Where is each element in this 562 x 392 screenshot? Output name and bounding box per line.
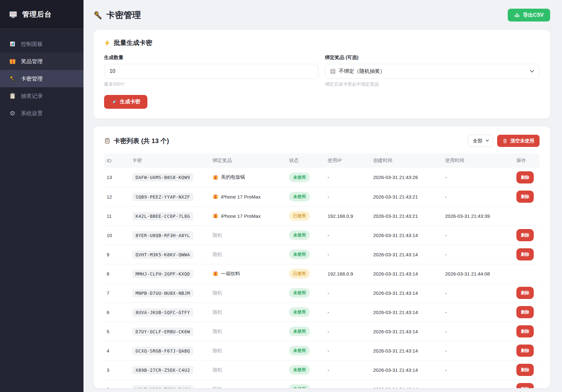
- prize-bind-field: 绑定奖品 (可选) 不绑定（随机抽奖） 绑定后该卡密必中指定奖品: [325, 55, 540, 87]
- delete-button[interactable]: 删除: [516, 191, 534, 203]
- sidebar-item-label: 奖品管理: [21, 58, 43, 65]
- cell-code: QVHT-M3K5-K8KV-QWWA: [130, 245, 210, 264]
- table-row: 11K42L-BBEE-CC6P-7L8GiPhone 17 ProMax已使用…: [104, 206, 540, 226]
- card-list-card: 卡密列表 (共 13 个) 全部 清空未使用 ID卡密绑定奖品状态使用IP创建时…: [93, 126, 550, 388]
- chevron-down-icon: [486, 139, 489, 142]
- prize-name: 随机: [213, 386, 222, 388]
- cell-prize: 随机: [210, 341, 286, 360]
- column-header: 使用时间: [443, 153, 514, 168]
- status-badge: 未使用: [289, 250, 310, 259]
- cell-prize: iPhone 17 ProMax: [210, 206, 286, 226]
- batch-generate-title-text: 批量生成卡密: [114, 38, 152, 47]
- cell-code: D7UY-GCLF-ERBU-CK6W: [130, 322, 210, 341]
- delete-button[interactable]: 删除: [516, 287, 534, 299]
- cell-ip: -: [325, 226, 371, 245]
- cell-code: MNPB-D7UU-NU8X-NBJM: [130, 283, 210, 303]
- card-code: MMHJ-CLFH-2GPF-KXQD: [132, 270, 193, 278]
- column-header: 绑定奖品: [210, 153, 286, 168]
- prize-name: 随机: [213, 232, 222, 238]
- delete-button[interactable]: 删除: [516, 345, 534, 357]
- card-code: SQB9-PEEZ-YYAP-NXZF: [132, 193, 193, 201]
- table-header-row: ID卡密绑定奖品状态使用IP创建时间使用时间操作: [104, 153, 540, 168]
- export-csv-button[interactable]: 导出CSV: [508, 9, 550, 21]
- cell-created: 2026-03-31 21:43:26: [371, 168, 443, 187]
- cell-code: DAFW-UAMS-B8S8-KQW9: [130, 168, 210, 187]
- card-table-body: 13DAFW-UAMS-B8S8-KQW9美的电饭锅未使用-2026-03-31…: [104, 168, 540, 388]
- status-filter-select[interactable]: 全部: [468, 135, 493, 147]
- column-header: ID: [104, 153, 130, 168]
- count-label: 生成数量: [104, 55, 319, 61]
- gift-icon: [213, 213, 218, 219]
- sidebar-item-label: 抽奖记录: [21, 92, 43, 100]
- delete-button[interactable]: 删除: [516, 248, 534, 260]
- gear-icon: ⚙: [9, 110, 16, 117]
- delete-button[interactable]: 删除: [516, 383, 534, 388]
- card-code: K42L-BBEE-CC6P-7L8G: [132, 212, 193, 220]
- status-badge: 未使用: [289, 327, 310, 336]
- status-badge: 未使用: [289, 346, 310, 355]
- bar-chart-icon: [9, 40, 16, 47]
- cell-created: 2026-03-31 21:43:14: [371, 303, 443, 322]
- cell-code: W8L5-HQC9-ZQ2N-RASX: [130, 379, 210, 388]
- sidebar-item-label: 系统设置: [21, 110, 43, 117]
- sidebar-item-系统设置[interactable]: ⚙系统设置: [0, 105, 83, 122]
- sidebar-item-控制面板[interactable]: 控制面板: [0, 35, 83, 53]
- svg-text:7: 7: [11, 13, 12, 15]
- cell-created: 2026-03-31 21:43:21: [371, 206, 443, 226]
- cell-ip: -: [325, 168, 371, 187]
- prize-bind-label: 绑定奖品 (可选): [325, 55, 540, 61]
- app-logo: 777 管理后台: [0, 0, 83, 29]
- delete-button[interactable]: 删除: [516, 325, 534, 337]
- column-header: 使用IP: [325, 153, 371, 168]
- prize-name: 一箱饮料: [221, 271, 240, 277]
- prize-bind-select[interactable]: 不绑定（随机抽奖）: [325, 64, 540, 79]
- cell-created: 2026-03-31 21:43:14: [371, 283, 443, 303]
- cell-ip: 192.168.0.9: [325, 264, 371, 283]
- status-badge: 未使用: [289, 384, 310, 388]
- batch-generate-card: 批量生成卡密 生成数量 最多500个 绑定奖品 (可选) 不绑定（随机抽奖） 绑…: [93, 30, 550, 119]
- status-badge: 未使用: [289, 365, 310, 375]
- status-badge: 未使用: [289, 288, 310, 298]
- cell-actions: 删除: [514, 303, 540, 322]
- sidebar-item-奖品管理[interactable]: 奖品管理: [0, 53, 83, 70]
- sidebar-item-卡密管理[interactable]: 卡密管理: [0, 70, 83, 87]
- cell-created: 2026-03-31 21:43:14: [371, 322, 443, 341]
- delete-button[interactable]: 删除: [516, 306, 534, 318]
- clear-unused-button[interactable]: 清空未使用: [497, 135, 540, 147]
- cell-created: 2026-03-31 21:43:14: [371, 360, 443, 379]
- delete-button[interactable]: 删除: [516, 229, 534, 241]
- main-content: 卡密管理 导出CSV 批量生成卡密 生成数量 最多500个 绑定奖品 (可选) …: [83, 0, 562, 392]
- prize-bind-hint: 绑定后该卡密必中指定奖品: [325, 81, 540, 87]
- column-header: 状态: [286, 153, 325, 168]
- table-row: 7MNPB-D7UU-NU8X-NBJM随机未使用-2026-03-31 21:…: [104, 283, 540, 303]
- count-input[interactable]: [104, 64, 319, 79]
- lightning-icon: [104, 40, 110, 46]
- card-code: D7UY-GCLF-ERBU-CK6W: [132, 328, 193, 336]
- cell-actions: 删除: [514, 245, 540, 264]
- cell-status: 未使用: [286, 379, 325, 388]
- delete-button[interactable]: 删除: [516, 364, 534, 376]
- cell-prize: 一箱饮料: [210, 264, 286, 283]
- status-badge: 已使用: [289, 211, 310, 221]
- cell-id: 11: [104, 206, 130, 226]
- cell-status: 未使用: [286, 245, 325, 264]
- generate-button[interactable]: 生成卡密: [104, 95, 147, 109]
- cell-used-at: -: [443, 360, 514, 379]
- table-row: 13DAFW-UAMS-B8S8-KQW9美的电饭锅未使用-2026-03-31…: [104, 168, 540, 187]
- delete-button[interactable]: 删除: [516, 171, 534, 183]
- count-hint: 最多500个: [104, 81, 319, 87]
- cell-ip: -: [325, 379, 371, 388]
- card-code: X89B-27CR-Z5EK-C4U2: [132, 366, 193, 374]
- cell-id: 5: [104, 322, 130, 341]
- card-code: QVHT-M3K5-K8KV-QWWA: [132, 251, 193, 259]
- prize-bind-value: 不绑定（随机抽奖）: [339, 68, 385, 75]
- sidebar-item-抽奖记录[interactable]: 抽奖记录: [0, 87, 83, 105]
- clipboard-icon: [9, 92, 16, 99]
- prize-name: 美的电饭锅: [221, 174, 245, 180]
- cell-status: 已使用: [286, 264, 325, 283]
- card-list-title-text: 卡密列表 (共 13 个): [114, 137, 169, 145]
- cell-id: 3: [104, 360, 130, 379]
- table-row: 108YER-U8QB-RF3H-A8YL随机未使用-2026-03-31 21…: [104, 226, 540, 245]
- cell-created: 2026-03-31 21:43:14: [371, 245, 443, 264]
- card-code: GCXQ-SRGB-F67J-QABQ: [132, 347, 193, 355]
